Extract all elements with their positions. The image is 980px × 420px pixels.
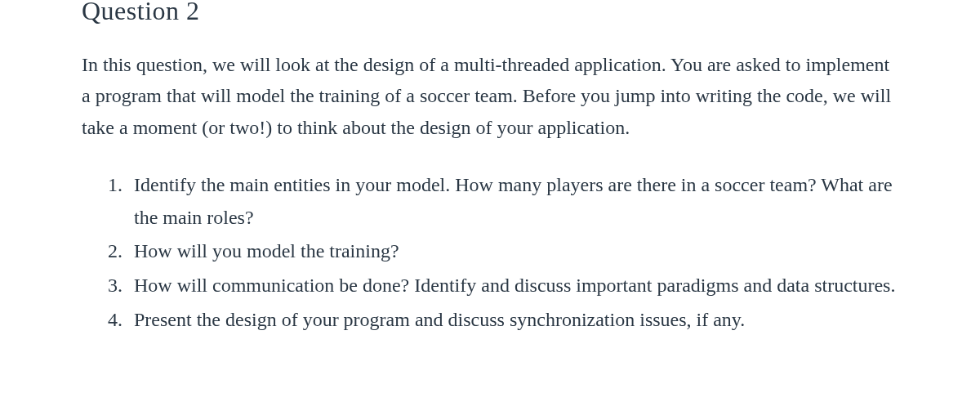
question-list: Identify the main entities in your model… [82,169,898,336]
list-item: Identify the main entities in your model… [127,169,898,234]
question-intro: In this question, we will look at the de… [82,49,898,143]
list-item: Present the design of your program and d… [127,304,898,337]
list-item: How will communication be done? Identify… [127,270,898,302]
question-title: Question 2 [82,0,898,26]
list-item: How will you model the training? [127,235,898,268]
